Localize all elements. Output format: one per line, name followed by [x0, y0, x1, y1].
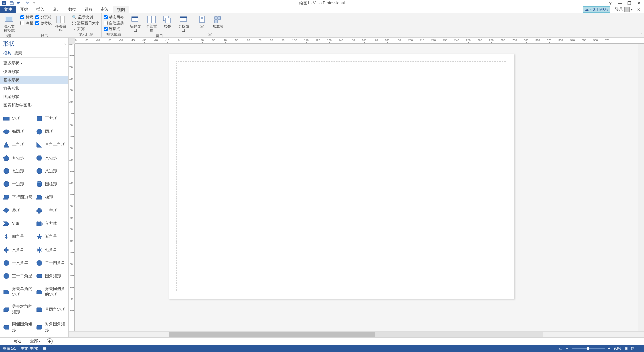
tab-data[interactable]: 数据	[64, 6, 80, 13]
zoom-slider[interactable]	[572, 348, 605, 349]
page-width-button[interactable]: ↔页宽	[72, 26, 99, 31]
qat-dropdown-icon[interactable]: ▾	[31, 0, 37, 6]
collapse-ribbon-icon[interactable]: ˄	[641, 32, 643, 37]
shape-item[interactable]: 剪去对角的矩形	[2, 301, 34, 318]
macros-button[interactable]: 宏	[195, 14, 209, 29]
save-icon[interactable]	[9, 0, 15, 6]
quick-shapes-cat[interactable]: 快速形状	[0, 68, 68, 76]
shape-item[interactable]: 梯形	[35, 191, 66, 204]
shape-item[interactable]: V 形	[2, 217, 34, 230]
shape-item[interactable]: 圆形	[35, 125, 66, 138]
connect-points-checkbox[interactable]: 连接点	[104, 26, 124, 31]
guides-checkbox[interactable]: 参考线	[35, 20, 52, 26]
dynamic-grid-checkbox[interactable]: 动态网格	[104, 15, 124, 20]
shape-item[interactable]: 六角星	[2, 244, 34, 256]
shape-item[interactable]: 椭圆形	[2, 125, 34, 138]
tab-process[interactable]: 进程	[80, 6, 97, 13]
addins-button[interactable]: 加载项	[211, 14, 225, 29]
shape-item[interactable]: 五角星	[35, 230, 66, 243]
horizontal-ruler[interactable]: -90-80-70-60-50-40-30-20-100102030405060…	[75, 38, 644, 44]
shape-item[interactable]: 五边形	[2, 151, 34, 164]
tab-home[interactable]: 开始	[16, 6, 32, 13]
login-button[interactable]: 登录 ▾	[613, 7, 634, 12]
presentation-mode-button[interactable]: 演示文 稿模式	[2, 14, 16, 33]
language-indicator[interactable]: 中文(中国)	[21, 346, 38, 351]
tab-insert[interactable]: 插入	[32, 6, 48, 13]
zoom-thumb[interactable]	[587, 347, 589, 350]
pan-zoom-icon[interactable]: ◲	[631, 346, 634, 351]
arrow-shapes-cat[interactable]: 箭头形状	[0, 84, 68, 93]
shape-item[interactable]: 八边形	[35, 165, 66, 177]
zoom-button[interactable]: 🔍显示比例	[72, 15, 99, 20]
shape-item[interactable]: 十边形	[2, 178, 34, 190]
fullscreen-icon[interactable]: ⛶	[638, 346, 641, 350]
shape-item[interactable]: 三十二角星	[2, 270, 34, 282]
shape-item[interactable]: 对角圆角矩形	[35, 319, 66, 336]
vertical-ruler[interactable]: 2202102001901801701601501401301201101009…	[69, 44, 75, 331]
tab-view[interactable]: 视图	[113, 6, 129, 13]
shape-item[interactable]: 正方形	[35, 112, 66, 125]
maximize-icon[interactable]: ❐	[626, 0, 633, 6]
stencils-tab[interactable]: 模具	[3, 50, 12, 57]
shape-item[interactable]: 六边形	[35, 151, 66, 164]
basic-shapes-cat[interactable]: 基本形状	[0, 76, 68, 84]
fit-page-icon[interactable]: ⊞	[625, 346, 628, 351]
zoom-in-icon[interactable]: +	[608, 346, 610, 350]
drawing-page[interactable]	[169, 54, 514, 299]
minimize-icon[interactable]: —	[616, 0, 623, 6]
shape-item[interactable]: 矩形	[2, 112, 34, 125]
more-shapes-cat[interactable]: 更多形状▸	[0, 59, 68, 68]
ruler-checkbox[interactable]: 标尺	[20, 15, 33, 20]
shape-item[interactable]: 菱形	[2, 204, 34, 217]
arrange-all-button[interactable]: 全部重排	[144, 14, 158, 33]
pattern-shapes-cat[interactable]: 图案形状	[0, 93, 68, 101]
tab-review[interactable]: 审阅	[97, 6, 113, 13]
macro-record-icon[interactable]: ▦	[43, 346, 46, 351]
page-indicator[interactable]: 页面 1/1	[3, 346, 16, 351]
shape-item[interactable]: 单圆角矩形	[35, 301, 66, 318]
collapse-pane-icon[interactable]: ‹	[64, 41, 66, 46]
shape-item[interactable]: 四角星	[2, 230, 34, 243]
add-page-button[interactable]: +	[47, 338, 53, 344]
redo-icon[interactable]	[23, 0, 30, 6]
presentation-status-icon[interactable]: ▭	[559, 346, 562, 351]
shape-item[interactable]: 圆角矩形	[35, 270, 66, 282]
fit-window-button[interactable]: ⛶适应窗口大小	[72, 20, 99, 26]
vertical-scrollbar[interactable]	[638, 44, 644, 331]
switch-window-button[interactable]: 切换窗口	[176, 14, 191, 33]
new-window-button[interactable]: 新建窗口	[128, 14, 142, 33]
shape-item[interactable]: 圆柱形	[35, 178, 66, 190]
shape-item[interactable]: 立方体	[35, 217, 66, 230]
shape-item[interactable]: 二十四角星	[35, 257, 66, 269]
shape-item[interactable]: 七角星	[35, 244, 66, 256]
canvas-viewport[interactable]	[75, 44, 638, 331]
shape-item[interactable]: 十六角星	[2, 257, 34, 269]
visio-icon[interactable]: V	[1, 0, 7, 6]
task-panes-button[interactable]: 任务窗格	[54, 14, 68, 33]
shape-item[interactable]: 十字形	[35, 204, 66, 217]
shape-item[interactable]: 平行四边形	[2, 191, 34, 204]
shape-item[interactable]: 三角形	[2, 138, 34, 151]
shape-item[interactable]: 剪去单角的矩形	[2, 283, 34, 300]
help-icon[interactable]: ?	[607, 0, 614, 6]
shape-item[interactable]: 剪去同侧角的矩形	[35, 283, 66, 300]
shape-item[interactable]: 同侧圆角矩形	[2, 319, 34, 336]
auto-connect-checkbox[interactable]: 自动连接	[104, 20, 124, 26]
page-breaks-checkbox[interactable]: 分页符	[35, 15, 52, 20]
tab-design[interactable]: 设计	[48, 6, 64, 13]
search-tab[interactable]: 搜索	[13, 50, 23, 57]
close-pane-icon[interactable]: ✕	[635, 7, 642, 13]
chart-shapes-cat[interactable]: 图表和数学图形	[0, 101, 68, 109]
close-icon[interactable]: ✕	[635, 0, 642, 6]
file-tab[interactable]: 文件	[0, 6, 16, 13]
undo-icon[interactable]	[16, 0, 22, 6]
horizontal-scrollbar[interactable]	[169, 332, 543, 337]
zoom-out-icon[interactable]: −	[566, 346, 568, 350]
shape-item[interactable]: 直角三角形	[35, 138, 66, 151]
shape-item[interactable]: 七边形	[2, 165, 34, 177]
hscroll-thumb[interactable]	[169, 332, 375, 337]
all-pages-button[interactable]: 全部▴	[27, 338, 43, 345]
cascade-button[interactable]: 层叠	[160, 14, 174, 29]
grid-checkbox[interactable]: 网格	[20, 20, 33, 26]
upload-badge[interactable]: ☁ ↑ 3.1 MB/s	[583, 6, 610, 13]
